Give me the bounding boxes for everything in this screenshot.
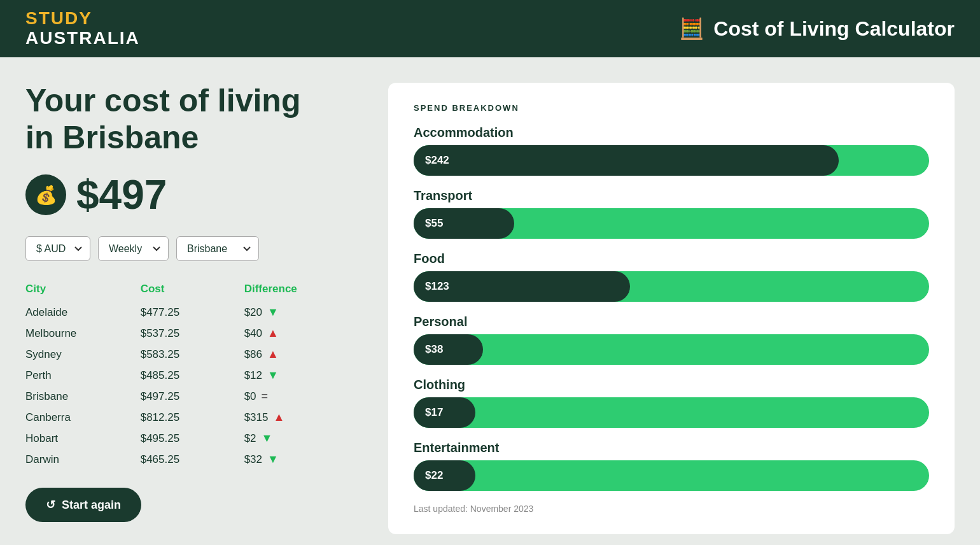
arrow-equal-icon: = — [262, 390, 269, 403]
calculator-icon: 🧮 — [679, 17, 704, 41]
total-row: 💰 $497 — [25, 171, 363, 218]
cell-diff: $2 ▼ — [232, 428, 363, 449]
bar-amount: $17 — [425, 406, 443, 419]
logo-study: STUDY — [25, 9, 140, 29]
category-name: Transport — [414, 188, 929, 203]
bar-filled: $17 — [414, 397, 475, 428]
col-cost: Cost — [128, 279, 232, 302]
categories-container: Accommodation $242 Transport $55 Food $1… — [414, 125, 929, 491]
dropdowns: $ AUD $ USD € EUR Weekly Monthly Yearly … — [25, 236, 363, 261]
bar-filled: $242 — [414, 145, 839, 176]
category-block: Personal $38 — [414, 315, 929, 365]
arrow-down-icon: ▼ — [267, 306, 279, 319]
arrow-up-icon: ▲ — [267, 348, 279, 361]
bar-container: $38 — [414, 334, 929, 365]
start-again-icon: ↺ — [46, 498, 55, 512]
start-again-button[interactable]: ↺ Start again — [25, 488, 141, 522]
cell-cost: $477.25 — [128, 302, 232, 323]
currency-dropdown[interactable]: $ AUD $ USD € EUR — [25, 236, 90, 261]
table-row: Brisbane $497.25 $0 = — [25, 386, 363, 407]
table-row: Hobart $495.25 $2 ▼ — [25, 428, 363, 449]
total-amount: $497 — [76, 171, 167, 218]
bar-container: $242 — [414, 145, 929, 176]
cell-diff: $86 ▲ — [232, 344, 363, 365]
bar-amount: $55 — [425, 217, 443, 230]
arrow-down-icon: ▼ — [267, 453, 279, 466]
bar-filled: $22 — [414, 460, 475, 491]
table-row: Adelaide $477.25 $20 ▼ — [25, 302, 363, 323]
bar-filled: $55 — [414, 208, 514, 239]
bar-container: $22 — [414, 460, 929, 491]
spend-breakdown-label: SPEND BREAKDOWN — [414, 103, 929, 113]
cell-city: Darwin — [25, 449, 128, 470]
bar-amount: $22 — [425, 469, 443, 482]
cell-cost: $485.25 — [128, 365, 232, 386]
table-row: Melbourne $537.25 $40 ▲ — [25, 323, 363, 344]
category-name: Accommodation — [414, 125, 929, 140]
money-bag-icon: 💰 — [25, 174, 66, 215]
cell-diff: $20 ▼ — [232, 302, 363, 323]
cell-city: Adelaide — [25, 302, 128, 323]
table-row: Canberra $812.25 $315 ▲ — [25, 407, 363, 428]
cell-diff: $315 ▲ — [232, 407, 363, 428]
main-content: Your cost of living in Brisbane 💰 $497 $… — [0, 57, 980, 545]
category-name: Entertainment — [414, 441, 929, 455]
cell-city: Canberra — [25, 407, 128, 428]
cost-heading: Your cost of living in Brisbane — [25, 83, 363, 156]
table-row: Sydney $583.25 $86 ▲ — [25, 344, 363, 365]
left-panel: Your cost of living in Brisbane 💰 $497 $… — [25, 83, 388, 534]
logo: STUDY AUSTRALIA — [25, 9, 140, 48]
category-block: Entertainment $22 — [414, 441, 929, 491]
bar-container: $55 — [414, 208, 929, 239]
cell-city: Hobart — [25, 428, 128, 449]
cell-cost: $537.25 — [128, 323, 232, 344]
arrow-up-icon: ▲ — [273, 411, 284, 424]
arrow-up-icon: ▲ — [267, 327, 279, 340]
header: STUDY AUSTRALIA 🧮 Cost of Living Calcula… — [0, 0, 980, 57]
cell-city: Melbourne — [25, 323, 128, 344]
category-block: Clothing $17 — [414, 378, 929, 428]
category-name: Personal — [414, 315, 929, 329]
bar-container: $123 — [414, 271, 929, 302]
bar-filled: $123 — [414, 271, 630, 302]
bar-filled: $38 — [414, 334, 483, 365]
cell-cost: $465.25 — [128, 449, 232, 470]
logo-australia: AUSTRALIA — [25, 29, 140, 48]
last-updated: Last updated: November 2023 — [414, 504, 929, 514]
period-dropdown[interactable]: Weekly Monthly Yearly — [98, 236, 169, 261]
cell-diff: $40 ▲ — [232, 323, 363, 344]
start-again-label: Start again — [62, 499, 121, 512]
table-row: Darwin $465.25 $32 ▼ — [25, 449, 363, 470]
arrow-down-icon: ▼ — [262, 432, 273, 445]
cell-cost: $812.25 — [128, 407, 232, 428]
cell-city: Sydney — [25, 344, 128, 365]
bar-container: $17 — [414, 397, 929, 428]
cell-city: Brisbane — [25, 386, 128, 407]
city-comparison-table: City Cost Difference Adelaide $477.25 $2… — [25, 279, 363, 470]
category-name: Clothing — [414, 378, 929, 392]
category-name: Food — [414, 251, 929, 266]
arrow-down-icon: ▼ — [267, 369, 279, 382]
cell-city: Perth — [25, 365, 128, 386]
header-title: 🧮 Cost of Living Calculator — [679, 17, 955, 41]
right-panel: SPEND BREAKDOWN Accommodation $242 Trans… — [388, 83, 955, 534]
cell-diff: $12 ▼ — [232, 365, 363, 386]
table-row: Perth $485.25 $12 ▼ — [25, 365, 363, 386]
bar-amount: $38 — [425, 343, 443, 356]
col-diff: Difference — [232, 279, 363, 302]
category-block: Food $123 — [414, 251, 929, 302]
cell-cost: $495.25 — [128, 428, 232, 449]
city-dropdown[interactable]: Brisbane Sydney Melbourne Adelaide Perth… — [176, 236, 259, 261]
col-city: City — [25, 279, 128, 302]
cell-diff: $0 = — [232, 386, 363, 407]
category-block: Transport $55 — [414, 188, 929, 239]
page-title: Cost of Living Calculator — [713, 17, 955, 41]
bar-amount: $123 — [425, 280, 449, 293]
cell-diff: $32 ▼ — [232, 449, 363, 470]
bar-amount: $242 — [425, 154, 449, 167]
cell-cost: $497.25 — [128, 386, 232, 407]
cell-cost: $583.25 — [128, 344, 232, 365]
category-block: Accommodation $242 — [414, 125, 929, 176]
